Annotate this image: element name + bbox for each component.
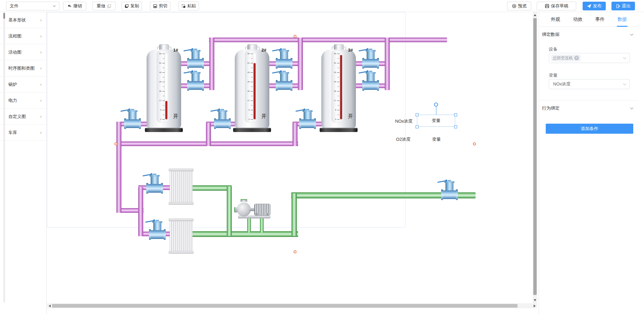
resize-handle-nw[interactable] [416,113,419,116]
tee-valve[interactable] [147,173,162,193]
gauge-tick-dash [337,110,339,110]
selection-handle-bottom[interactable] [293,250,297,253]
nox-label[interactable]: NOx浓度 [388,118,413,124]
pipe-green-horizontal[interactable] [192,185,232,191]
selection-handle-right[interactable] [473,142,476,145]
selection-handle-left[interactable] [114,142,117,145]
tee-valve[interactable] [276,48,292,68]
tank-base [233,128,271,132]
scroll-right-icon[interactable] [534,305,536,307]
canvas-horizontal-scrollbar[interactable] [47,303,537,308]
tag-close-icon[interactable]: × [574,56,579,60]
undo-icon [67,4,72,8]
canvas-vscroll-thumb[interactable] [533,18,537,295]
tab-data[interactable]: 数据 [618,12,627,27]
add-condition-button[interactable]: 添加条件 [546,124,633,134]
rotation-handle[interactable] [434,103,438,107]
gauge-tick-dash [163,58,164,59]
pipe-green-vertical[interactable] [227,186,232,236]
selected-variable-element[interactable]: 变量 [417,115,455,127]
radiator[interactable] [170,219,193,253]
sidebar-scrollbar-thumb[interactable] [3,13,5,19]
copy-button[interactable]: 复制 [121,2,142,10]
tab-appearance[interactable]: 外观 [551,12,560,27]
sidebar-scrollbar[interactable] [3,13,5,303]
tee-valve[interactable] [215,109,230,128]
pipe-green-vertical[interactable] [247,218,251,233]
canvas-vertical-scrollbar[interactable] [533,12,537,303]
sidebar-item-1[interactable]: 流程图› [0,28,46,44]
sidebar-item-5[interactable]: 电力› [0,92,46,109]
tee-valve[interactable] [363,48,378,68]
boiler-tank-2#[interactable]: 2#60514334261790开 [235,44,269,132]
editor-canvas[interactable]: 1#60514334261790开2#60514334261790开3#6051… [47,12,533,303]
tab-events[interactable]: 事件 [595,12,605,27]
pipe-purple-vertical[interactable] [206,123,211,146]
o2-label[interactable]: O2浓度 [389,136,411,142]
pipe-purple-vertical[interactable] [385,38,390,90]
pipe-purple-vertical[interactable] [298,38,303,90]
toolbar: 文件 撤销 重做 复制 剪切 [0,0,644,12]
resize-handle-ne[interactable] [454,113,457,116]
tank-level-gauge: 60514334261790 [157,50,169,123]
pipe-purple-vertical[interactable] [116,144,121,213]
pipe-green-horizontal[interactable] [192,231,298,237]
tee-valve[interactable] [125,109,140,128]
sidebar-item-2[interactable]: 活动图› [0,44,46,60]
pipe-purple-vertical[interactable] [116,122,121,146]
pipe-purple-vertical[interactable] [292,123,298,146]
bind-data-section-header[interactable]: 绑定数据 [542,32,634,38]
o2-variable-label[interactable]: 变量 [425,136,448,142]
file-menu-select[interactable]: 文件 [6,2,59,10]
paste-button[interactable]: 粘贴 [178,2,199,10]
behavior-bind-section-header[interactable]: 行为绑定 [542,105,634,111]
tee-valve[interactable] [188,70,203,90]
sidebar-item-label: 电力 [8,98,40,104]
sidebar-item-0[interactable]: 基本形状› [0,12,46,28]
sidebar-item-6[interactable]: 自定义图› [0,109,46,125]
pipe-green-vertical[interactable] [291,193,297,236]
gauge-tick-dash [162,54,165,54]
tee-valve[interactable] [442,180,457,199]
tab-animation[interactable]: 动效 [573,12,582,27]
scroll-up-icon[interactable] [534,14,536,16]
undo-button[interactable]: 撤销 [63,2,86,10]
device-select[interactable]: 总部空压机 × [549,53,630,63]
preview-button[interactable]: 预览 [507,2,531,10]
tee-valve[interactable] [300,109,315,128]
radiator[interactable] [170,169,193,204]
tee-valve[interactable] [363,70,378,90]
save-draft-button[interactable]: 保存草稿 [537,2,576,10]
sidebar-item-3[interactable]: 时序图和类图› [0,60,46,76]
redo-button[interactable]: 重做 [92,2,116,10]
exit-button[interactable]: 退出 [611,2,635,10]
gauge-tick-label: 17 [159,100,161,102]
pipe-green-vertical[interactable] [260,218,264,233]
gauge-tick-dash [251,119,253,120]
pump[interactable] [235,199,272,220]
publish-button[interactable]: 发布 [583,2,606,10]
gauge-tick-label: 26 [159,90,161,92]
scroll-down-icon[interactable] [534,299,536,301]
tee-valve[interactable] [188,48,203,68]
pipe-purple-vertical[interactable] [209,38,214,90]
gauge-tick-dash [163,115,164,115]
copy-label: 复制 [130,3,139,9]
boiler-tank-1#[interactable]: 1#60514334261790开 [147,44,181,132]
gauge-tube [339,53,343,120]
resize-handle-sw[interactable] [416,125,419,128]
sidebar-item-4[interactable]: 锅炉› [0,76,46,92]
tee-valve[interactable] [150,219,165,239]
gauge-tick-label: 60 [334,53,336,55]
sidebar-item-7[interactable]: 车库› [0,125,46,141]
resize-handle-se[interactable] [454,125,457,128]
pipe-purple-vertical[interactable] [138,187,143,236]
cut-button[interactable]: 剪切 [150,2,170,10]
boiler-tank-3#[interactable]: 3#60514334261790开 [321,44,356,132]
canvas-hscroll-thumb[interactable] [52,304,518,308]
pipe-purple-horizontal[interactable] [209,38,447,42]
variable-select[interactable]: NOx浓度 [549,79,630,89]
selection-handle-top[interactable] [293,35,297,38]
scroll-left-icon[interactable] [49,305,51,307]
tee-valve[interactable] [276,70,292,90]
